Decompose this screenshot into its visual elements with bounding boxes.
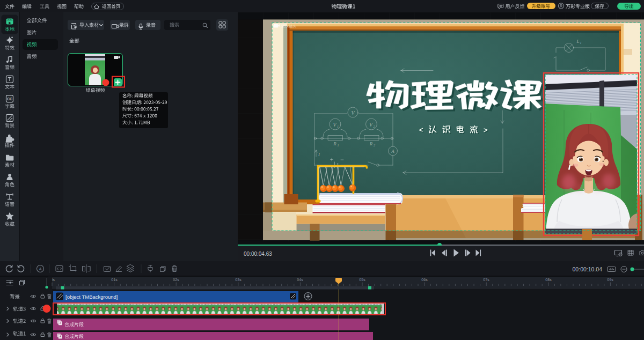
svg-text:2: 2: [374, 125, 375, 128]
svg-text:05s: 05s: [359, 278, 365, 282]
svg-text:03s: 03s: [235, 278, 241, 282]
svg-text:[object TMBackground]: [object TMBackground]: [65, 294, 118, 300]
svg-text:09s: 09s: [607, 278, 613, 282]
svg-text:1: 1: [338, 144, 339, 147]
svg-text:00:00:10.04: 00:00:10.04: [573, 266, 603, 272]
svg-text:08s: 08s: [545, 278, 552, 282]
svg-text:01s: 01s: [111, 278, 118, 282]
svg-text:06s: 06s: [421, 278, 428, 282]
svg-text:R: R: [369, 141, 373, 146]
svg-text:07s: 07s: [483, 278, 489, 282]
svg-text:02s: 02s: [173, 278, 179, 282]
svg-text:1: 1: [337, 125, 339, 128]
svg-text:R: R: [333, 141, 336, 146]
svg-text:CC: CC: [7, 97, 12, 101]
svg-text:L: L: [576, 39, 579, 44]
svg-text:A: A: [39, 267, 42, 271]
svg-text:A: A: [391, 149, 394, 154]
svg-text:2: 2: [374, 144, 375, 147]
svg-text:1: 1: [580, 41, 582, 45]
svg-text:00:00:04.63: 00:00:04.63: [244, 251, 272, 257]
svg-text:04s: 04s: [297, 278, 303, 282]
